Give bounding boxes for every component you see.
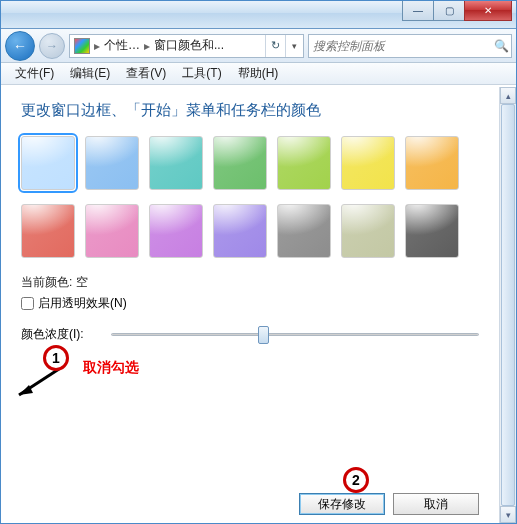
swatch-shine (277, 204, 331, 241)
slider-track (111, 333, 479, 336)
breadcrumb-dropdown-icon[interactable]: ▾ (285, 35, 303, 57)
maximize-button[interactable]: ▢ (433, 1, 465, 21)
menu-bar: 文件(F) 编辑(E) 查看(V) 工具(T) 帮助(H) (1, 63, 516, 85)
swatch-shine (405, 204, 459, 241)
intensity-slider[interactable] (111, 324, 479, 344)
color-swatch[interactable] (277, 136, 331, 190)
transparency-label[interactable]: 启用透明效果(N) (38, 295, 127, 312)
search-box[interactable]: 🔍 (308, 34, 512, 58)
scroll-up-icon[interactable]: ▴ (500, 87, 516, 104)
footer-buttons: 保存修改 取消 (299, 493, 479, 515)
main-pane: 更改窗口边框、「开始」菜单和任务栏的颜色 当前颜色: 空 启用透明效果(N) 颜… (1, 87, 499, 523)
scroll-down-icon[interactable]: ▾ (500, 506, 516, 523)
annotation-hint-text: 取消勾选 (83, 359, 139, 377)
vertical-scrollbar[interactable]: ▴ ▾ (499, 87, 516, 523)
breadcrumb-item[interactable]: 个性… (104, 37, 140, 54)
breadcrumb-item[interactable]: 窗口颜色和... (154, 37, 224, 54)
content-area: 更改窗口边框、「开始」菜单和任务栏的颜色 当前颜色: 空 启用透明效果(N) 颜… (1, 87, 516, 523)
breadcrumb[interactable]: ▸ 个性… ▸ 窗口颜色和... ↻ ▾ (69, 34, 304, 58)
nav-forward-button: → (39, 33, 65, 59)
save-button[interactable]: 保存修改 (299, 493, 385, 515)
current-color-label: 当前颜色: 空 (21, 274, 479, 291)
swatch-shine (85, 204, 139, 241)
swatch-shine (149, 136, 203, 173)
minimize-button[interactable]: — (402, 1, 434, 21)
intensity-label: 颜色浓度(I): (21, 326, 111, 343)
refresh-icon[interactable]: ↻ (265, 35, 285, 57)
intensity-row: 颜色浓度(I): (21, 324, 479, 344)
menu-help[interactable]: 帮助(H) (230, 63, 287, 84)
swatch-shine (277, 136, 331, 173)
color-swatch[interactable] (213, 204, 267, 258)
control-panel-icon (74, 38, 90, 54)
color-swatch[interactable] (277, 204, 331, 258)
slider-thumb[interactable] (258, 326, 269, 344)
page-title: 更改窗口边框、「开始」菜单和任务栏的颜色 (21, 101, 479, 120)
menu-tools[interactable]: 工具(T) (174, 63, 229, 84)
close-button[interactable]: ✕ (464, 1, 512, 21)
title-bar: — ▢ ✕ (1, 1, 516, 29)
color-swatch[interactable] (21, 204, 75, 258)
menu-view[interactable]: 查看(V) (118, 63, 174, 84)
swatch-shine (21, 204, 75, 241)
color-swatch[interactable] (149, 136, 203, 190)
color-swatch[interactable] (149, 204, 203, 258)
transparency-row: 启用透明效果(N) (21, 295, 479, 312)
menu-edit[interactable]: 编辑(E) (62, 63, 118, 84)
swatch-shine (213, 136, 267, 173)
swatch-shine (341, 204, 395, 241)
swatch-shine (21, 136, 75, 173)
nav-back-button[interactable]: ← (5, 31, 35, 61)
window-controls: — ▢ ✕ (403, 1, 512, 21)
color-swatch[interactable] (21, 136, 75, 190)
breadcrumb-sep-icon: ▸ (140, 39, 154, 53)
swatch-shine (85, 136, 139, 173)
swatch-shine (213, 204, 267, 241)
breadcrumb-sep-icon: ▸ (90, 39, 104, 53)
swatch-shine (149, 204, 203, 241)
scrollbar-thumb[interactable] (501, 104, 515, 506)
address-bar-row: ← → ▸ 个性… ▸ 窗口颜色和... ↻ ▾ 🔍 (1, 29, 516, 63)
color-swatch[interactable] (85, 136, 139, 190)
color-swatch[interactable] (405, 136, 459, 190)
color-swatch[interactable] (405, 204, 459, 258)
search-icon[interactable]: 🔍 (491, 39, 511, 53)
annotation-marker-2: 2 (343, 467, 369, 493)
color-swatch[interactable] (85, 204, 139, 258)
cancel-button[interactable]: 取消 (393, 493, 479, 515)
color-swatch-grid (21, 136, 471, 258)
color-swatch[interactable] (341, 204, 395, 258)
annotation-marker-1: 1 (43, 345, 69, 371)
search-input[interactable] (313, 39, 491, 53)
menu-file[interactable]: 文件(F) (7, 63, 62, 84)
swatch-shine (341, 136, 395, 173)
swatch-shine (405, 136, 459, 173)
color-swatch[interactable] (341, 136, 395, 190)
color-swatch[interactable] (213, 136, 267, 190)
transparency-checkbox[interactable] (21, 297, 34, 310)
